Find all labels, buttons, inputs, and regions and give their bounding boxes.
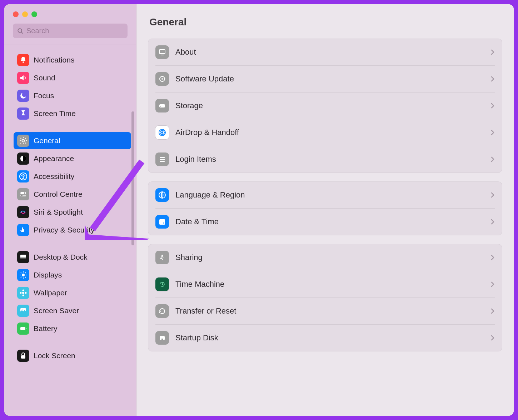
row-language-region[interactable]: Language & Region — [148, 182, 502, 208]
row-storage[interactable]: Storage — [155, 92, 495, 119]
siri-icon — [17, 206, 29, 218]
sidebar-item-label: Focus — [34, 91, 54, 100]
sidebar-item-control-centre[interactable]: Control Centre — [14, 186, 131, 203]
sidebar-item-notifications[interactable]: Notifications — [14, 51, 131, 69]
svg-point-25 — [23, 295, 24, 296]
row-label: Login Items — [175, 155, 490, 164]
svg-rect-42 — [160, 157, 165, 158]
sidebar-item-displays[interactable]: Displays — [14, 266, 131, 284]
sidebar-item-label: Appearance — [34, 154, 74, 163]
chevron-right-icon — [490, 49, 495, 55]
display-icon — [155, 45, 169, 59]
panels-container: AboutSoftware UpdateStorageAirDrop & Han… — [148, 39, 502, 351]
disk-icon — [155, 331, 169, 345]
sidebar-item-battery[interactable]: Battery — [14, 320, 131, 337]
sidebar-item-screen-saver[interactable]: Screen Saver — [14, 302, 131, 319]
sidebar-list: NotificationsSoundFocusScreen TimeGenera… — [4, 48, 136, 416]
row-time-machine[interactable]: Time Machine — [155, 271, 495, 298]
sidebar-item-sound[interactable]: Sound — [14, 69, 131, 86]
dock-icon — [17, 251, 29, 263]
settings-window: NotificationsSoundFocusScreen TimeGenera… — [4, 4, 514, 416]
scrollbar-thumb[interactable] — [131, 111, 134, 245]
battery-icon — [17, 322, 29, 335]
sidebar-item-label: Control Centre — [34, 190, 83, 199]
svg-point-9 — [24, 192, 25, 194]
svg-line-20 — [25, 277, 26, 278]
gear-icon — [17, 135, 29, 147]
row-date-time[interactable]: Date & Time — [155, 208, 495, 235]
row-sharing[interactable]: Sharing — [148, 244, 502, 271]
calendar-clock-icon — [155, 215, 169, 229]
sidebar-item-label: Battery — [34, 324, 58, 333]
row-label: AirDrop & Handoff — [175, 128, 490, 137]
lock-icon — [17, 350, 29, 362]
page-title: General — [148, 16, 502, 28]
svg-point-27 — [25, 292, 27, 294]
svg-point-48 — [161, 255, 163, 256]
svg-rect-51 — [161, 339, 163, 340]
chevron-right-icon — [490, 308, 495, 314]
svg-rect-30 — [20, 327, 25, 330]
row-label: Startup Disk — [175, 333, 490, 342]
search-field[interactable] — [13, 24, 128, 38]
svg-point-3 — [22, 140, 25, 142]
timemachine-icon — [155, 278, 169, 291]
sidebar-group: GeneralAppearanceAccessibilityControl Ce… — [14, 132, 131, 239]
svg-point-24 — [23, 290, 24, 291]
row-label: Transfer or Reset — [175, 306, 490, 316]
svg-point-36 — [161, 78, 163, 80]
row-software-update[interactable]: Software Update — [155, 65, 495, 92]
svg-rect-32 — [21, 355, 25, 359]
svg-rect-13 — [20, 258, 26, 259]
sidebar-item-lock-screen[interactable]: Lock Screen — [14, 347, 131, 364]
sidebar-item-label: Lock Screen — [34, 351, 75, 360]
row-login-items[interactable]: Login Items — [155, 146, 495, 172]
svg-point-2 — [23, 61, 24, 63]
sidebar: NotificationsSoundFocusScreen TimeGenera… — [4, 4, 136, 416]
sidebar-item-label: Privacy & Security — [34, 226, 94, 234]
divider — [4, 45, 136, 45]
row-label: Storage — [175, 101, 490, 110]
sidebar-group: NotificationsSoundFocusScreen Time — [14, 51, 131, 122]
sidebar-item-focus[interactable]: Focus — [14, 87, 131, 104]
window-controls — [4, 4, 136, 24]
sidebar-item-wallpaper[interactable]: Wallpaper — [14, 284, 131, 301]
svg-point-10 — [21, 195, 23, 196]
minimize-window-button[interactable] — [22, 11, 28, 17]
appearance-icon — [17, 152, 29, 165]
airdrop-icon — [155, 126, 169, 139]
row-label: Sharing — [175, 253, 490, 262]
row-startup-disk[interactable]: Startup Disk — [155, 324, 495, 351]
search-input[interactable] — [26, 27, 123, 35]
settings-panel: SharingTime MachineTransfer or ResetStar… — [148, 244, 502, 351]
svg-line-21 — [21, 277, 21, 278]
sidebar-item-accessibility[interactable]: Accessibility — [14, 168, 131, 185]
svg-rect-31 — [26, 328, 26, 329]
search-icon — [17, 28, 24, 34]
update-gear-icon — [155, 72, 169, 86]
hand-icon — [17, 224, 29, 236]
sidebar-item-label: General — [34, 136, 60, 145]
sidebar-item-label: Wallpaper — [34, 289, 67, 297]
svg-point-26 — [20, 292, 22, 294]
svg-line-22 — [25, 272, 26, 273]
sidebar-item-general[interactable]: General — [14, 132, 131, 149]
row-transfer-or-reset[interactable]: Transfer or Reset — [155, 298, 495, 324]
brightness-icon — [17, 269, 29, 281]
chevron-right-icon — [490, 335, 495, 341]
list-icon — [155, 152, 169, 166]
sidebar-item-privacy-security[interactable]: Privacy & Security — [14, 221, 131, 239]
sidebar-item-siri-spotlight[interactable]: Siri & Spotlight — [14, 204, 131, 221]
row-airdrop-handoff[interactable]: AirDrop & Handoff — [155, 119, 495, 146]
row-about[interactable]: About — [148, 39, 502, 65]
sidebar-item-screen-time[interactable]: Screen Time — [14, 105, 131, 122]
sidebar-item-appearance[interactable]: Appearance — [14, 150, 131, 167]
fullscreen-window-button[interactable] — [31, 11, 37, 17]
reset-icon — [155, 304, 169, 318]
sidebar-item-label: Displays — [34, 271, 62, 279]
close-window-button[interactable] — [13, 11, 19, 17]
sidebar-item-desktop-dock[interactable]: Desktop & Dock — [14, 249, 131, 266]
speaker-icon — [17, 72, 29, 84]
toggles-icon — [17, 188, 29, 200]
svg-point-23 — [22, 292, 24, 294]
